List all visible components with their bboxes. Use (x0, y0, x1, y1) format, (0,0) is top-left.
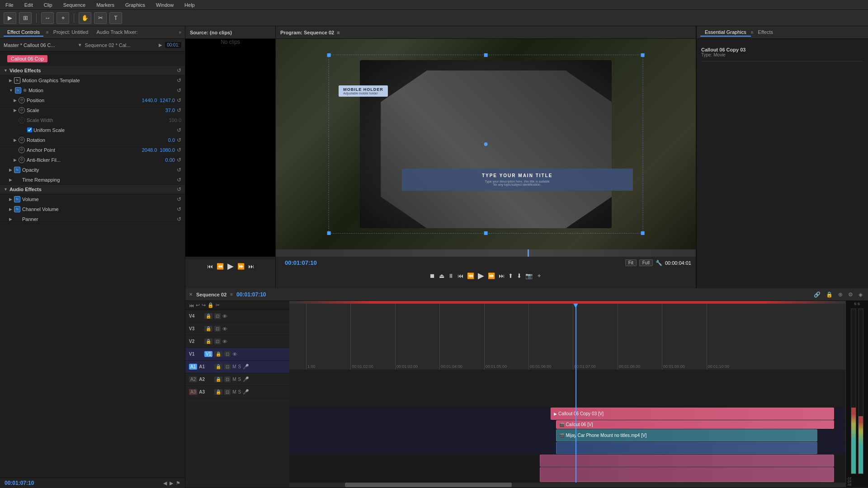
opacity-reset[interactable]: ↺ (177, 167, 181, 173)
prog-lift[interactable]: ⬆ (508, 272, 513, 279)
a2-mic[interactable]: 🎤 (243, 376, 249, 382)
v4-lock[interactable]: 🔒 (204, 313, 212, 319)
tl-settings[interactable]: ⚙ (846, 291, 855, 299)
source-prev[interactable]: ⏪ (217, 263, 224, 270)
timeline-menu[interactable]: ≡ (230, 292, 233, 297)
ec-next-frame[interactable]: ⚑ (176, 480, 180, 486)
timeline-ruler[interactable]: 1:00 00:01:02:00 00:01:03:00 00:01:04:00… (289, 304, 845, 370)
a3-lock[interactable]: 🔒 (214, 389, 222, 395)
position-y-value[interactable]: 1247.0 (160, 98, 175, 103)
a3-mic[interactable]: 🎤 (243, 389, 249, 395)
prog-shuttle[interactable]: ⏸ (448, 272, 454, 279)
volume-reset[interactable]: ↺ (177, 196, 181, 202)
overlay-center[interactable] (484, 142, 488, 146)
audio-effects-header[interactable]: ▼ Audio Effects ↺ (0, 185, 185, 194)
a3-wrap[interactable]: ⊡ (224, 389, 231, 395)
motion-reset[interactable]: ↺ (177, 87, 181, 94)
tab-effect-controls[interactable]: Effect Controls (4, 28, 43, 37)
track-v2-content[interactable] (289, 395, 845, 408)
handle-top-right[interactable] (641, 53, 645, 57)
clip-audio-3[interactable] (540, 467, 835, 482)
anchor-reset[interactable]: ↺ (177, 147, 181, 153)
scrollbar-thumb[interactable] (345, 483, 512, 487)
v2-lock[interactable]: 🔒 (204, 338, 212, 344)
a2-m[interactable]: M (232, 377, 236, 382)
tab-effects[interactable]: Effects (754, 28, 778, 37)
v1-lock[interactable]: 🔒 (214, 351, 222, 357)
uniform-scale-checkbox[interactable] (27, 127, 32, 132)
menu-markers[interactable]: Markers (94, 1, 116, 9)
prog-mark-in[interactable]: ⏹ (429, 272, 435, 279)
razor-tool[interactable]: ⌖ (57, 12, 69, 24)
a3-m[interactable]: M (232, 389, 236, 394)
prog-prev-frame[interactable]: ⏪ (467, 272, 474, 279)
rotation-expand[interactable]: ▶ (14, 138, 17, 142)
prog-step-back[interactable]: ⏮ (458, 272, 463, 279)
a2-wrap[interactable]: ⊡ (224, 376, 231, 382)
menu-edit[interactable]: Edit (23, 1, 35, 9)
tab-essential-graphics[interactable]: Essential Graphics (700, 28, 751, 37)
audio-effects-reset[interactable]: ↺ (177, 186, 181, 192)
rotation-value[interactable]: 0.0 (168, 137, 175, 143)
clip-audio-2[interactable] (540, 455, 835, 467)
hand-tool[interactable]: ✋ (79, 12, 91, 24)
clip-callout-v[interactable]: 🎬 Callout 06 [V] (556, 420, 834, 429)
source-next[interactable]: ⏩ (237, 263, 245, 270)
ec-prev-frame[interactable]: ◀ (163, 480, 167, 486)
v4-eye[interactable]: 👁 (222, 314, 227, 319)
prog-play-to[interactable]: ⏩ (488, 272, 495, 279)
v2-wrap[interactable]: ⊡ (214, 338, 221, 344)
track-a1-content[interactable]: 🎬 Mijay Car Phone Mount no titles.mp4 [V… (289, 429, 845, 442)
anchor-x-value[interactable]: 2048.0 (142, 147, 157, 153)
prog-play[interactable]: ▶ (478, 271, 484, 281)
program-monitor-menu[interactable]: ≡ (337, 30, 340, 35)
a3-track[interactable]: A3 (189, 389, 197, 395)
tab-audio-mixer[interactable]: Audio Track Mixer: (93, 28, 141, 37)
clip-audio-1[interactable] (556, 442, 817, 454)
tl-snap[interactable]: 🔗 (812, 291, 822, 299)
tl-razor[interactable]: ✂ (216, 302, 220, 308)
clip-sequence[interactable]: Sequence 02 * Cal... (85, 42, 156, 48)
tl-home[interactable]: ⏮ (189, 303, 194, 308)
v1-wrap[interactable]: ⊡ (224, 351, 231, 357)
v1-eye[interactable]: 👁 (232, 352, 237, 357)
track-a1-audio[interactable] (289, 442, 845, 455)
video-effects-reset[interactable]: ↺ (177, 67, 181, 74)
channel-volume-reset[interactable]: ↺ (177, 206, 181, 212)
handle-bottom-left[interactable] (327, 231, 330, 235)
fit-dropdown[interactable]: Fit (625, 259, 637, 266)
ripple-edit-tool[interactable]: ↔ (41, 12, 54, 24)
v4-wrap[interactable]: ⊡ (214, 313, 221, 319)
prog-step-fwd[interactable]: ⏭ (499, 272, 505, 279)
tab-project[interactable]: Project: Untitled (50, 28, 92, 37)
prog-snap[interactable]: 📷 (525, 272, 533, 279)
a2-track[interactable]: A2 (189, 376, 197, 382)
program-timebar[interactable] (276, 249, 696, 257)
panner-expand[interactable]: ▶ (9, 217, 12, 221)
motion-graphics-expand[interactable]: ▶ (9, 78, 12, 83)
position-stopwatch[interactable]: ⏱ (19, 97, 25, 103)
menu-clip[interactable]: Clip (42, 1, 54, 9)
menu-help[interactable]: Help (183, 1, 197, 9)
time-remapping-expand[interactable]: ▶ (9, 178, 12, 182)
settings-wrench[interactable]: 🔧 (656, 260, 662, 266)
tl-fwd[interactable]: ↪ (202, 302, 206, 308)
v3-eye[interactable]: 👁 (222, 326, 227, 332)
more-panels-btn[interactable]: » (179, 30, 181, 35)
time-remapping-reset[interactable]: ↺ (177, 177, 181, 183)
anchor-stopwatch[interactable]: ⏱ (19, 147, 25, 153)
program-monitor-body[interactable]: MOBILE HOLDER Adjustable mobile holder T… (276, 39, 696, 249)
prog-extract[interactable]: ⬇ (517, 272, 522, 279)
a2-s[interactable]: S (238, 377, 241, 382)
tl-back[interactable]: ↩ (196, 302, 200, 308)
rotation-reset[interactable]: ↺ (177, 137, 181, 143)
a1-mic[interactable]: 🎤 (243, 364, 249, 370)
handle-top-left[interactable] (327, 53, 330, 57)
track-select-tool[interactable]: ⊞ (19, 12, 32, 24)
track-v3-content[interactable] (289, 382, 845, 395)
position-x-value[interactable]: 1440.0 (142, 98, 157, 103)
track-v1b-content[interactable]: 🎬 Callout 06 [V] (289, 420, 845, 429)
timeline-close[interactable]: ✕ (189, 292, 193, 297)
menu-file[interactable]: File (4, 1, 15, 9)
rotation-stopwatch[interactable]: ⏱ (19, 137, 25, 143)
